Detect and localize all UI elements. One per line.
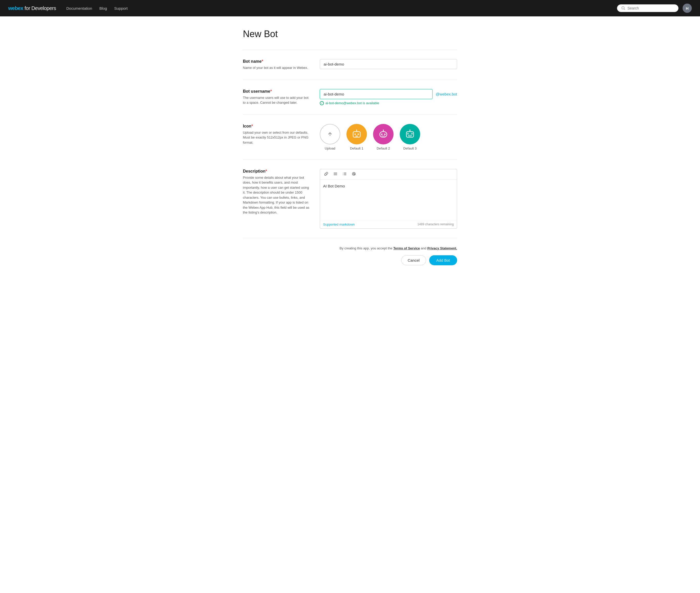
icon-default2-option[interactable]: Default 2 (373, 124, 394, 150)
bot-name-section: Bot name* Name of your bot as it will ap… (243, 50, 457, 80)
svg-text:3: 3 (343, 174, 343, 175)
bot-username-section: Bot username* The username users will us… (243, 80, 457, 114)
required-star: * (262, 59, 263, 64)
icon-options-col: Upload Default 1 (320, 124, 457, 150)
bot-name-input[interactable] (320, 59, 457, 69)
brand: webex for Developers (8, 5, 56, 11)
svg-rect-19 (408, 135, 411, 136)
default1-icon (351, 128, 363, 140)
page-title: New Bot (243, 29, 457, 39)
form-footer: By creating this app, you accept the Ter… (243, 238, 457, 265)
icon-upload-option[interactable]: Upload (320, 124, 340, 150)
icon-required-star: * (251, 124, 253, 128)
svg-point-18 (411, 133, 413, 134)
bot-username-label: Bot username* (243, 89, 309, 94)
editor-footer: Supported markdown 1489 characters remai… (320, 221, 457, 228)
description-editor: 1 2 3 AI Bot Demo S (320, 169, 457, 229)
mention-icon (352, 172, 356, 176)
icon-default1-option[interactable]: Default 1 (346, 124, 367, 150)
icon-default3-circle (400, 124, 420, 145)
username-suffix: @webex.bot (436, 92, 457, 96)
navbar: webex for Developers Documentation Blog … (0, 0, 700, 16)
upload-arrow-icon (326, 130, 334, 138)
description-label: Description* (243, 169, 309, 173)
bot-name-label: Bot name* (243, 59, 309, 64)
nav-documentation[interactable]: Documentation (66, 6, 92, 10)
bot-username-label-col: Bot username* The username users will us… (243, 89, 309, 105)
avatar[interactable]: H (683, 4, 692, 13)
default3-icon (404, 128, 416, 140)
ordered-list-icon: 1 2 3 (342, 172, 347, 176)
bot-name-description: Name of your bot as it will appear in We… (243, 65, 309, 70)
icon-default3-option[interactable]: Default 3 (400, 124, 420, 150)
svg-point-31 (352, 172, 355, 175)
description-label-col: Description* Provide some details about … (243, 169, 309, 229)
icon-upload-label: Upload (325, 147, 335, 150)
svg-point-13 (384, 133, 385, 134)
icon-upload-circle (320, 124, 340, 145)
bot-name-label-col: Bot name* Name of your bot as it will ap… (243, 59, 309, 70)
description-help: Provide some details about what your bot… (243, 175, 309, 215)
icon-section: Icon* Upload your own or select from our… (243, 114, 457, 160)
main-content: New Bot Bot name* Name of your bot as it… (235, 16, 465, 286)
webex-brand-text: webex (8, 5, 23, 11)
toolbar-mention-btn[interactable] (351, 171, 357, 177)
bot-username-input-col: @webex.bot ✓ ai-bot-demo@webex.bot is av… (320, 89, 457, 105)
icon-description: Upload your own or select from our defau… (243, 130, 309, 145)
toolbar-ordered-list-btn[interactable]: 1 2 3 (341, 171, 348, 177)
search-input[interactable] (627, 6, 674, 10)
description-input-col: 1 2 3 AI Bot Demo S (320, 169, 457, 229)
svg-point-12 (381, 133, 382, 134)
username-required-star: * (270, 89, 272, 93)
icon-default3-label: Default 3 (403, 147, 417, 150)
description-content[interactable]: AI Bot Demo (320, 180, 457, 221)
username-available-message: ✓ ai-bot-demo@webex.bot is available (320, 101, 457, 105)
bot-name-input-col (320, 59, 457, 70)
search-box[interactable] (617, 4, 678, 12)
icon-label-col: Icon* Upload your own or select from our… (243, 124, 309, 150)
icon-label: Icon* (243, 124, 309, 128)
cancel-button[interactable]: Cancel (401, 255, 426, 265)
for-developers-text: for Developers (25, 5, 56, 11)
editor-toolbar: 1 2 3 (320, 169, 457, 180)
chars-remaining: 1489 characters remaining (417, 223, 454, 226)
svg-line-1 (624, 9, 625, 10)
desc-required-star: * (265, 169, 267, 173)
nav-blog[interactable]: Blog (100, 6, 107, 10)
terms-text: By creating this app, you accept the Ter… (243, 246, 457, 250)
bot-username-description: The username users will use to add your … (243, 95, 309, 105)
svg-point-17 (407, 133, 409, 134)
icon-default1-label: Default 1 (350, 147, 363, 150)
bot-username-input[interactable] (320, 89, 433, 99)
add-bot-button[interactable]: Add Bot (429, 255, 457, 265)
supported-markdown-link[interactable]: Supported markdown (323, 223, 355, 226)
terms-of-service-link[interactable]: Terms of Service (393, 246, 420, 250)
list-icon (333, 172, 337, 176)
link-icon (324, 172, 328, 176)
navbar-right: H (617, 4, 692, 13)
action-buttons: Cancel Add Bot (243, 255, 457, 265)
default2-icon (377, 128, 390, 140)
description-section: Description* Provide some details about … (243, 160, 457, 238)
main-nav: Documentation Blog Support (66, 6, 617, 10)
icon-default2-circle (373, 124, 394, 145)
svg-rect-6 (355, 136, 358, 136)
icon-default2-label: Default 2 (377, 147, 390, 150)
username-row: @webex.bot (320, 89, 457, 99)
svg-point-15 (383, 129, 384, 130)
toolbar-link-btn[interactable] (323, 171, 329, 177)
svg-point-21 (409, 129, 410, 130)
toolbar-list-btn[interactable] (332, 171, 338, 177)
available-check-icon: ✓ (320, 101, 324, 105)
icon-default1-circle (346, 124, 367, 145)
privacy-statement-link[interactable]: Privacy Statement. (428, 246, 457, 250)
search-icon (621, 6, 625, 10)
svg-point-8 (356, 129, 357, 130)
svg-point-4 (355, 133, 356, 135)
nav-support[interactable]: Support (114, 6, 128, 10)
icon-options: Upload Default 1 (320, 124, 457, 150)
webex-logo: webex for Developers (8, 5, 56, 11)
svg-point-5 (358, 133, 359, 135)
